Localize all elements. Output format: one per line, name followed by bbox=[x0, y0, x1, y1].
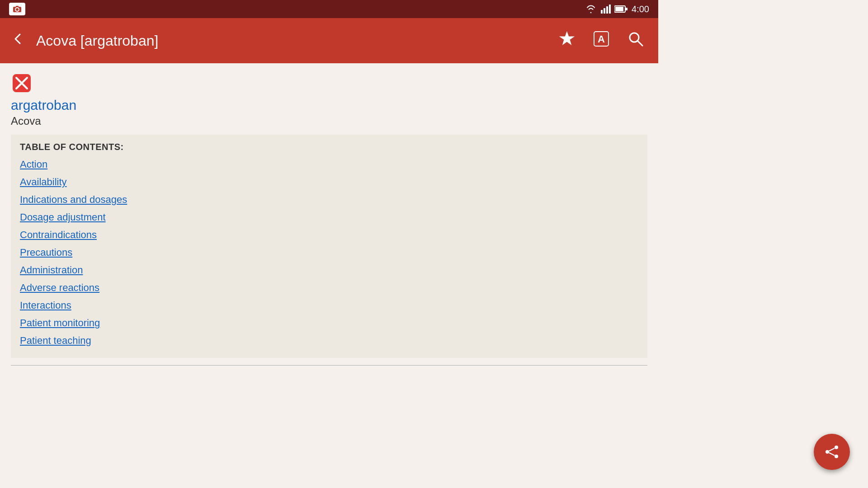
generic-name: argatroban bbox=[11, 98, 647, 113]
back-button[interactable] bbox=[11, 31, 25, 50]
drug-info: Pharmacologic class : L-arginine–derived… bbox=[11, 373, 647, 374]
favorite-button[interactable] bbox=[555, 27, 579, 54]
status-icons: 4:00 bbox=[585, 4, 649, 14]
status-time: 4:00 bbox=[632, 4, 649, 14]
pharmacologic-class-line: Pharmacologic class : L-arginine–derived… bbox=[11, 373, 647, 374]
battery-icon bbox=[614, 5, 628, 13]
toc-link-precautions[interactable]: Precautions bbox=[20, 245, 638, 260]
toc-link-patient-monitoring[interactable]: Patient monitoring bbox=[20, 315, 638, 330]
status-bar: 4:00 bbox=[0, 0, 658, 18]
font-button[interactable]: A bbox=[590, 27, 613, 54]
svg-rect-6 bbox=[609, 5, 611, 14]
photo-icon bbox=[9, 3, 25, 15]
toc-link-contraindications[interactable]: Contraindications bbox=[20, 227, 638, 242]
signal-icon bbox=[601, 5, 611, 14]
toc-link-administration[interactable]: Administration bbox=[20, 263, 638, 277]
status-bar-left bbox=[9, 3, 579, 15]
toc-link-adverse-reactions[interactable]: Adverse reactions bbox=[20, 280, 638, 295]
toc-link-action[interactable]: Action bbox=[20, 157, 638, 172]
svg-rect-4 bbox=[604, 8, 605, 14]
wifi-icon bbox=[585, 5, 597, 14]
toc-link-dosage-adjustment[interactable]: Dosage adjustment bbox=[20, 210, 638, 225]
svg-rect-8 bbox=[615, 7, 623, 11]
content-divider bbox=[11, 365, 647, 366]
toc-link-patient-teaching[interactable]: Patient teaching bbox=[20, 333, 638, 348]
toc-link-interactions[interactable]: Interactions bbox=[20, 298, 638, 313]
svg-rect-2 bbox=[16, 6, 19, 7]
svg-rect-3 bbox=[601, 10, 603, 14]
svg-text:A: A bbox=[598, 33, 605, 45]
svg-rect-5 bbox=[606, 6, 608, 14]
svg-rect-9 bbox=[626, 8, 627, 10]
content-area: argatroban Acova Table of contents: Acti… bbox=[0, 63, 658, 374]
toc-link-availability[interactable]: Availability bbox=[20, 174, 638, 189]
search-button[interactable] bbox=[624, 27, 647, 54]
app-bar: Acova [argatroban] A bbox=[0, 18, 658, 63]
svg-line-13 bbox=[638, 41, 642, 46]
brand-name: Acova bbox=[11, 115, 647, 127]
table-of-contents: Table of contents: Action Availability I… bbox=[11, 135, 647, 358]
drug-icon bbox=[11, 72, 33, 94]
toc-link-indications[interactable]: Indications and dosages bbox=[20, 192, 638, 207]
toc-heading: Table of contents: bbox=[20, 142, 638, 152]
app-bar-title: Acova [argatroban] bbox=[36, 33, 544, 49]
